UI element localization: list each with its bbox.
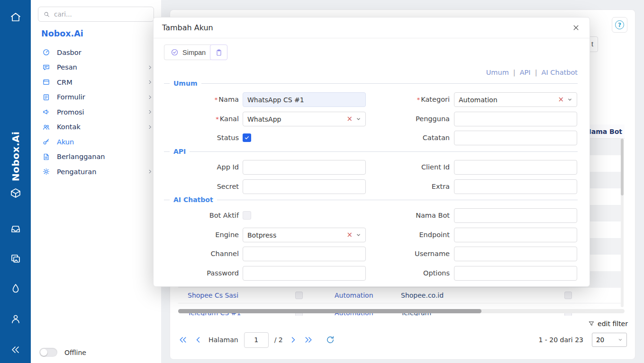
row-checkbox[interactable]	[564, 292, 572, 299]
pengguna-label: Pengguna	[369, 112, 450, 126]
inbox-icon[interactable]	[9, 222, 22, 236]
ink-drop-icon[interactable]	[9, 282, 22, 295]
channel-input[interactable]	[243, 247, 366, 261]
client-id-label: Client Id	[369, 160, 450, 175]
sidebar-item-crm[interactable]: CRM	[31, 75, 161, 90]
sidebar-item-berlangganan[interactable]: Berlangganan	[31, 150, 161, 165]
clear-icon[interactable]: ×	[558, 96, 564, 103]
secret-input[interactable]	[243, 179, 366, 194]
options-field-wrap	[454, 266, 577, 281]
tab-umum[interactable]: Umum	[486, 69, 509, 76]
sidebar-item-label: Promosi	[57, 108, 141, 116]
app-id-input[interactable]	[243, 160, 366, 175]
next-page-icon[interactable]	[289, 335, 298, 345]
page-number-input[interactable]	[244, 332, 269, 348]
nama-field-wrap	[243, 92, 366, 107]
dashboard-icon	[42, 48, 50, 56]
nama-bot-input[interactable]	[454, 208, 577, 223]
help-button[interactable]: ?	[612, 17, 627, 33]
endpoint-input[interactable]	[454, 228, 577, 242]
clear-icon[interactable]: ×	[346, 115, 353, 123]
engine-label: Engine	[154, 228, 239, 242]
tab-ai-chatbot[interactable]: AI Chatbot	[542, 69, 578, 76]
sidebar-item-akun[interactable]: Akun	[31, 134, 161, 150]
circle-check-icon	[171, 48, 179, 56]
column-header-nama-bot: Nama Bot	[586, 124, 638, 139]
refresh-icon[interactable]	[326, 335, 335, 345]
account-domain[interactable]: Shopee.co.id	[401, 288, 444, 303]
horizontal-scrollbar-thumb[interactable]	[178, 309, 481, 313]
kategori-field-wrap: Automation ×	[454, 92, 577, 107]
halaman-label: Halaman	[209, 336, 238, 344]
gallery-icon[interactable]	[9, 252, 22, 266]
chevron-down-icon	[567, 97, 572, 102]
nama-input[interactable]	[243, 92, 366, 107]
total-pages-label: / 2	[274, 336, 283, 344]
status-checkbox[interactable]	[243, 133, 251, 142]
edit-filter-button[interactable]: edit filter	[170, 320, 628, 328]
search-input[interactable]	[54, 10, 149, 18]
table-row[interactable]: Shopee Cs Sasi Automation Shopee.co.id	[178, 288, 621, 303]
sidebar-item-promosi[interactable]: Promosi	[31, 105, 161, 120]
client-id-input[interactable]	[454, 160, 577, 175]
modal-header: Tambah Akun	[154, 18, 590, 38]
page-size-value: 20	[596, 336, 618, 344]
sidebar-item-pesan[interactable]: Pesan	[31, 60, 161, 75]
status-field-wrap	[243, 131, 366, 145]
close-button[interactable]	[571, 23, 581, 33]
account-category[interactable]: Automation	[335, 288, 373, 303]
row-checkbox[interactable]	[295, 292, 303, 299]
engine-select[interactable]: Botpress ×	[243, 228, 366, 242]
prev-page-icon[interactable]	[193, 335, 203, 345]
kategori-label: *Kategori	[369, 92, 450, 107]
megaphone-icon	[42, 108, 50, 116]
catatan-input[interactable]	[454, 131, 577, 145]
bot-aktif-checkbox[interactable]	[243, 211, 251, 220]
catatan-label: Catatan	[369, 131, 450, 145]
secret-field-wrap	[243, 179, 366, 194]
save-button[interactable]: Simpan	[164, 44, 212, 60]
chevron-down-icon	[618, 337, 623, 342]
key-icon	[42, 138, 50, 146]
pengguna-input[interactable]	[454, 112, 577, 126]
sidebar-item-label: Pengaturan	[57, 168, 141, 176]
sidebar-item-dasbor[interactable]: Dasbor	[31, 45, 161, 60]
account-name-link[interactable]: Shopee Cs Sasi	[188, 288, 238, 303]
clear-icon[interactable]: ×	[346, 231, 353, 239]
sidebar-item-kontak[interactable]: Kontak	[31, 120, 161, 135]
sidebar-item-formulir[interactable]: Formulir	[31, 90, 161, 105]
password-input[interactable]	[243, 266, 366, 281]
section-legend-umum: Umum	[164, 80, 578, 87]
page-size-select[interactable]: 20	[592, 333, 627, 347]
nama-bot-field-wrap	[454, 208, 577, 223]
copy-template-button[interactable]	[210, 44, 227, 60]
username-field-wrap	[454, 247, 577, 261]
last-page-icon[interactable]	[304, 335, 313, 345]
kategori-select[interactable]: Automation ×	[454, 92, 577, 107]
extra-label: Extra	[369, 179, 450, 194]
app-root: Nobox.Ai Nobox.Ai Dasbor	[0, 0, 644, 363]
required-asterisk: *	[417, 96, 420, 103]
user-icon[interactable]	[9, 312, 22, 326]
offline-toggle[interactable]	[39, 348, 57, 357]
legend-text: AI Chatbot	[173, 196, 213, 204]
tab-api[interactable]: API	[520, 69, 531, 76]
nama-bot-label: Nama Bot	[369, 208, 450, 223]
kanal-value: WhatsApp	[247, 115, 343, 123]
kategori-value: Automation	[459, 96, 554, 104]
home-icon[interactable]	[9, 10, 22, 24]
sidebar-item-pengaturan[interactable]: Pengaturan	[31, 164, 161, 179]
required-asterisk: *	[216, 115, 219, 123]
username-input[interactable]	[454, 247, 577, 261]
vertical-scrollbar-thumb[interactable]	[621, 139, 624, 195]
rail-brand-text: Nobox.Ai	[0, 123, 31, 189]
collapse-sidebar-icon[interactable]	[9, 343, 22, 356]
endpoint-label: Endpoint	[369, 228, 450, 242]
first-page-icon[interactable]	[178, 335, 188, 345]
offline-control: Offline	[39, 348, 86, 357]
app-id-label: App Id	[154, 160, 239, 175]
options-input[interactable]	[454, 266, 577, 281]
document-icon	[42, 153, 50, 161]
extra-input[interactable]	[454, 179, 577, 194]
kanal-select[interactable]: WhatsApp ×	[243, 112, 366, 126]
